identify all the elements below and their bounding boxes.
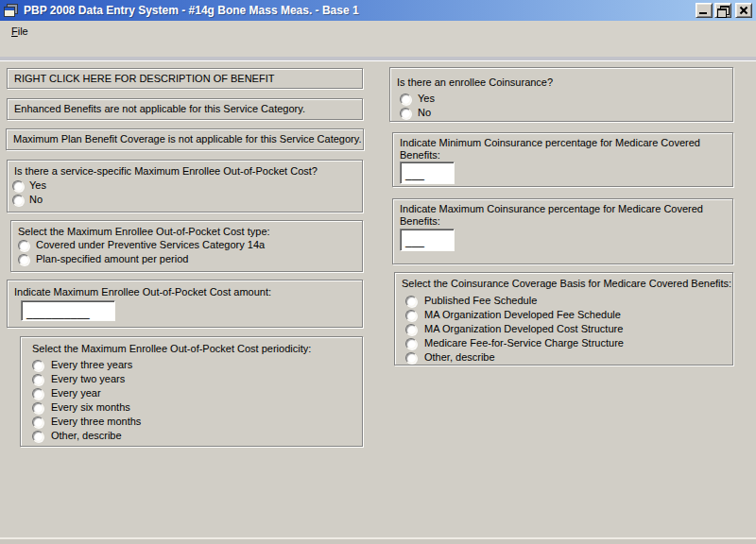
minimize-icon — [699, 12, 707, 14]
app-window: { "window": { "title": "PBP 2008 Data En… — [0, 0, 756, 544]
radio-periodicity-every-three-months[interactable] — [32, 416, 43, 428]
radio-periodicity-every-six-months[interactable] — [32, 402, 43, 414]
radio-moop-yes-label[interactable]: Yes — [29, 179, 46, 191]
radio-periodicity-every-three-years-label[interactable]: Every three years — [51, 359, 132, 370]
coinsurance-question-group: Is there an enrollee Coinsurance? Yes No — [389, 67, 733, 122]
radio-coinsurance-no-label[interactable]: No — [418, 107, 431, 118]
radio-moop-type-preventive-14a-label[interactable]: Covered under Preventive Services Catego… — [36, 239, 265, 250]
close-button[interactable] — [735, 3, 752, 18]
max-coinsurance-label: Indicate Maximum Coinsurance percentage … — [400, 203, 721, 228]
enhanced-benefits-note: Enhanced Benefits are not applicable for… — [7, 98, 363, 120]
app-icon-titlebar — [5, 8, 14, 10]
moop-question-label: Is there a service-specific Maximum Enro… — [14, 165, 318, 177]
menubar: File — [0, 21, 756, 57]
coinsurance-question-label: Is there an enrollee Coinsurance? — [397, 76, 553, 88]
radio-basis-ma-developed-fee-schedule-label[interactable]: MA Organization Developed Fee Schedule — [424, 309, 621, 320]
menubar-divider — [0, 57, 756, 61]
radio-coinsurance-yes-label[interactable]: Yes — [418, 93, 435, 104]
window-bottom-edge — [0, 539, 756, 544]
min-coinsurance-group: Indicate Minimum Coinsurance percentage … — [392, 132, 733, 187]
min-coinsurance-label: Indicate Minimum Coinsurance percentage … — [400, 137, 721, 162]
radio-periodicity-every-year[interactable] — [32, 388, 43, 400]
radio-basis-medicare-ffs-charge-structure-label[interactable]: Medicare Fee-for-Service Charge Structur… — [424, 337, 624, 348]
moop-type-group: Select the Maximum Enrollee Out-of-Pocke… — [10, 220, 363, 272]
coverage-basis-group: Select the Coinsurance Coverage Basis fo… — [394, 272, 733, 366]
radio-periodicity-other-label[interactable]: Other, describe — [51, 430, 122, 441]
min-coinsurance-input[interactable]: ___ — [400, 162, 455, 184]
radio-basis-medicare-ffs-charge-structure[interactable] — [405, 338, 417, 349]
window-title: PBP 2008 Data Entry System - #14g Bone M… — [24, 4, 359, 17]
moop-amount-label: Indicate Maximum Enrollee Out-of-Pocket … — [14, 286, 271, 298]
restore-icon — [717, 6, 729, 15]
titlebar: PBP 2008 Data Entry System - #14g Bone M… — [0, 0, 756, 21]
minimize-button[interactable] — [696, 3, 713, 18]
max-coinsurance-input[interactable]: ___ — [400, 229, 455, 251]
radio-basis-published-fee-schedule[interactable] — [405, 296, 417, 307]
menu-file[interactable]: File — [8, 25, 32, 38]
radio-periodicity-every-two-years[interactable] — [32, 374, 43, 385]
moop-amount-input[interactable]: __________ — [21, 300, 115, 321]
description-banner-text[interactable]: RIGHT CLICK HERE FOR DESCRIPTION OF BENE… — [14, 73, 274, 84]
moop-periodicity-label: Select the Maximum Enrollee Out-of-Pocke… — [32, 343, 311, 354]
window-controls — [694, 3, 752, 18]
max-plan-benefit-note-text: Maximum Plan Benefit Coverage is not app… — [13, 133, 361, 144]
moop-type-label: Select the Maximum Enrollee Out-of-Pocke… — [18, 226, 270, 237]
radio-periodicity-every-three-years[interactable] — [32, 360, 43, 371]
radio-basis-other-label[interactable]: Other, describe — [424, 351, 495, 363]
radio-moop-no-label[interactable]: No — [29, 194, 43, 205]
radio-moop-type-plan-specified[interactable] — [18, 254, 29, 265]
radio-periodicity-every-six-months-label[interactable]: Every six months — [51, 401, 130, 413]
radio-basis-ma-developed-fee-schedule[interactable] — [405, 310, 417, 321]
radio-basis-ma-developed-cost-structure[interactable] — [405, 324, 417, 335]
radio-moop-type-plan-specified-label[interactable]: Plan-specified amount per period — [36, 253, 188, 264]
radio-periodicity-every-two-years-label[interactable]: Every two years — [51, 373, 125, 384]
radio-periodicity-every-three-months-label[interactable]: Every three months — [51, 416, 141, 427]
max-coinsurance-group: Indicate Maximum Coinsurance percentage … — [392, 198, 733, 264]
radio-moop-no[interactable] — [12, 195, 24, 206]
radio-moop-yes[interactable] — [12, 180, 24, 192]
description-banner[interactable]: RIGHT CLICK HERE FOR DESCRIPTION OF BENE… — [7, 68, 363, 89]
max-plan-benefit-note: Maximum Plan Benefit Coverage is not app… — [6, 128, 364, 150]
radio-basis-other[interactable] — [405, 352, 417, 364]
moop-amount-group: Indicate Maximum Enrollee Out-of-Pocket … — [7, 280, 363, 328]
radio-periodicity-every-year-label[interactable]: Every year — [51, 387, 101, 399]
radio-basis-published-fee-schedule-label[interactable]: Published Fee Schedule — [424, 295, 537, 306]
radio-coinsurance-no[interactable] — [400, 108, 411, 119]
moop-question-group: Is there a service-specific Maximum Enro… — [7, 160, 363, 212]
radio-coinsurance-yes[interactable] — [400, 94, 411, 105]
moop-periodicity-group: Select the Maximum Enrollee Out-of-Pocke… — [20, 336, 363, 447]
restore-button[interactable] — [714, 3, 731, 18]
close-icon — [740, 7, 747, 14]
radio-moop-type-preventive-14a[interactable] — [18, 240, 29, 251]
radio-periodicity-other[interactable] — [32, 431, 43, 442]
enhanced-benefits-note-text: Enhanced Benefits are not applicable for… — [14, 103, 305, 114]
app-icon — [4, 4, 19, 18]
radio-basis-ma-developed-cost-structure-label[interactable]: MA Organization Developed Cost Structure — [424, 323, 623, 334]
coverage-basis-label: Select the Coinsurance Coverage Basis fo… — [402, 278, 731, 289]
